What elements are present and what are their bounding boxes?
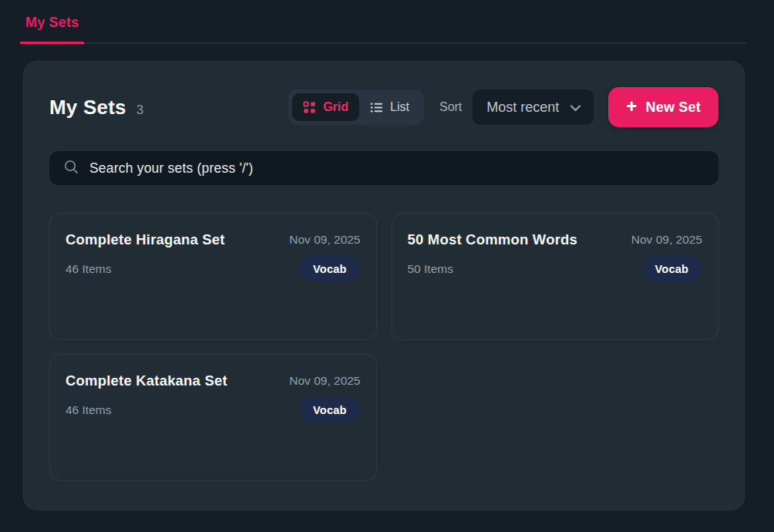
- search-icon: [63, 159, 79, 178]
- set-type-badge: Vocab: [641, 256, 702, 281]
- sets-grid: Complete Hiragana Set Nov 09, 2025 46 It…: [49, 213, 718, 481]
- set-date: Nov 09, 2025: [289, 233, 360, 247]
- tab-my-sets[interactable]: My Sets: [20, 0, 84, 44]
- search-bar: [49, 151, 718, 185]
- panel-heading: My Sets 3: [49, 96, 143, 120]
- grid-view-label: Grid: [323, 100, 348, 114]
- new-set-button[interactable]: + New Set: [608, 87, 718, 127]
- list-icon: [370, 101, 383, 114]
- my-sets-panel: My Sets 3 Grid: [23, 61, 745, 510]
- card-meta-row: 50 Items Vocab: [408, 256, 703, 281]
- card-meta-row: 46 Items Vocab: [66, 256, 361, 281]
- panel-header: My Sets 3 Grid: [49, 87, 718, 127]
- list-view-label: List: [390, 100, 409, 114]
- set-title: 50 Most Common Words: [408, 231, 578, 248]
- tab-bar: My Sets: [20, 0, 746, 44]
- set-title: Complete Hiragana Set: [66, 231, 225, 248]
- set-item-count: 46 Items: [66, 262, 111, 276]
- chevron-down-icon: [570, 103, 581, 112]
- sets-count: 3: [136, 103, 143, 118]
- tab-my-sets-label: My Sets: [25, 15, 79, 31]
- sort-selected-value: Most recent: [486, 99, 559, 116]
- set-date: Nov 09, 2025: [289, 374, 360, 388]
- page-title: My Sets: [49, 96, 126, 120]
- set-item-count: 46 Items: [66, 403, 111, 417]
- sort-label: Sort: [439, 100, 462, 114]
- grid-view-button[interactable]: Grid: [292, 93, 359, 121]
- set-type-badge: Vocab: [299, 397, 360, 423]
- card-top-row: Complete Hiragana Set Nov 09, 2025: [66, 231, 361, 248]
- set-item-count: 50 Items: [408, 262, 453, 276]
- set-date: Nov 09, 2025: [631, 233, 702, 247]
- new-set-label: New Set: [646, 99, 701, 116]
- header-controls: Grid List S: [288, 87, 718, 127]
- set-title: Complete Katakana Set: [66, 372, 227, 389]
- card-top-row: Complete Katakana Set Nov 09, 2025: [66, 372, 361, 389]
- set-card[interactable]: 50 Most Common Words Nov 09, 2025 50 Ite…: [392, 213, 719, 340]
- card-top-row: 50 Most Common Words Nov 09, 2025: [408, 231, 703, 248]
- set-card[interactable]: Complete Katakana Set Nov 09, 2025 46 It…: [49, 354, 377, 481]
- search-input[interactable]: [89, 160, 705, 177]
- set-type-badge: Vocab: [299, 256, 360, 281]
- card-meta-row: 46 Items Vocab: [66, 397, 361, 423]
- view-toggle: Grid List: [288, 89, 424, 125]
- list-view-button[interactable]: List: [359, 93, 420, 121]
- plus-icon: +: [626, 97, 637, 116]
- set-card[interactable]: Complete Hiragana Set Nov 09, 2025 46 It…: [49, 213, 377, 340]
- grid-icon: [303, 101, 316, 114]
- sort-dropdown[interactable]: Most recent: [473, 89, 594, 125]
